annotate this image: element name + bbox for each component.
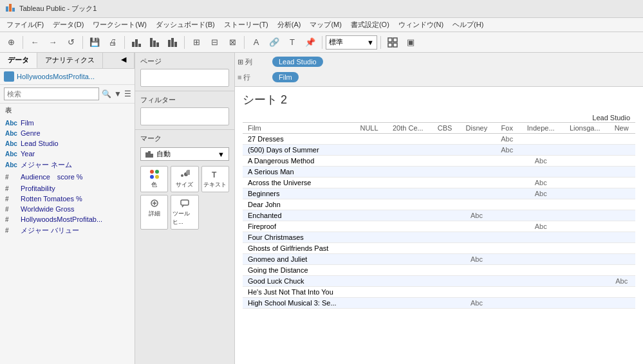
marks-text-btn[interactable]: T テキスト — [201, 166, 229, 192]
field-worldwide-gross[interactable]: # Worldwide Gross — [0, 204, 135, 214]
tab-data[interactable]: データ — [0, 53, 37, 68]
cell-film: Going the Distance — [243, 265, 353, 276]
back-button[interactable]: ← — [26, 34, 43, 51]
marks-tooltip-btn[interactable]: ツールヒ... — [171, 195, 198, 230]
cell-new — [608, 167, 635, 177]
layout-btn-1[interactable]: ⊞ — [188, 34, 205, 51]
field-hollywoods[interactable]: # HollywoodsMostProfitab... — [0, 214, 135, 224]
table-row: Going the Distance — [243, 265, 635, 276]
cell-fox: Abc — [494, 145, 519, 156]
menu-dashboard[interactable]: ダッシュボード(B) — [152, 19, 219, 31]
columns-shelf-icon: ⊞ — [238, 58, 243, 66]
filter-icon[interactable]: ▼ — [114, 89, 122, 98]
cell-lionsga — [562, 232, 608, 243]
cell-new — [608, 210, 635, 221]
pages-drop-zone[interactable] — [140, 69, 229, 87]
cell-indepe — [519, 265, 562, 276]
menu-window[interactable]: ウィンドウ(N) — [395, 19, 447, 31]
chart-btn-3[interactable] — [164, 34, 181, 51]
forward-button[interactable]: → — [44, 34, 61, 51]
cell-cbs — [431, 145, 458, 156]
rows-shelf-text: 行 — [243, 73, 250, 82]
link-btn[interactable]: 🔗 — [266, 34, 283, 51]
auto-icon — [145, 150, 154, 159]
cell-20th — [385, 221, 431, 232]
menu-worksheet[interactable]: ワークシート(W) — [89, 19, 151, 31]
svg-rect-13 — [393, 38, 397, 42]
menu-analysis[interactable]: 分析(A) — [274, 19, 305, 31]
pin-btn[interactable]: 📌 — [302, 34, 319, 51]
field-rotten-tomatoes[interactable]: # Rotten Tomatoes % — [0, 194, 135, 204]
col-header-indepe: Indepe... — [519, 123, 562, 134]
marks-detail-btn[interactable]: 詳細 — [140, 195, 168, 230]
text2-btn[interactable]: T — [284, 34, 301, 51]
svg-point-24 — [150, 175, 154, 179]
field-type-hash-icon: # — [5, 185, 17, 192]
field-year[interactable]: Abc Year — [0, 149, 135, 159]
cell-lionsga — [562, 167, 608, 177]
menu-map[interactable]: マップ(M) — [306, 19, 346, 31]
filters-drop-zone[interactable] — [140, 107, 229, 125]
field-audience-score[interactable]: # Audience score % — [0, 171, 135, 183]
cell-lionsga — [562, 156, 608, 167]
data-table: Lead Studio Film NULL 20th Ce... CBS Dis… — [243, 113, 635, 309]
cell-disney — [459, 177, 495, 188]
field-film[interactable]: Abc Film — [0, 118, 135, 128]
format-dropdown[interactable]: 標準 ▼ — [326, 35, 377, 50]
tab-analytics[interactable]: アナリティクス — [37, 53, 103, 68]
field-lead-studio[interactable]: Abc Lead Studio — [0, 138, 135, 149]
marks-type-selector[interactable]: 自動 ▼ — [140, 147, 229, 161]
search-input[interactable] — [4, 87, 99, 100]
chart-btn-2[interactable] — [146, 34, 163, 51]
field-measure-name[interactable]: Abc メジャー ネーム — [0, 159, 135, 171]
menu-help[interactable]: ヘルプ(H) — [449, 19, 487, 31]
view-toggle-icon[interactable]: ☰ — [124, 89, 131, 98]
film-pill[interactable]: Film — [272, 72, 299, 82]
marks-size-btn[interactable]: サイズ — [171, 166, 198, 192]
table-row: FireproofAbc — [243, 221, 635, 232]
lead-studio-pill[interactable]: Lead Studio — [272, 57, 323, 67]
cell-lionsga — [562, 188, 608, 199]
save-button[interactable]: 💾 — [86, 34, 103, 51]
marks-color-btn[interactable]: 色 — [140, 166, 168, 192]
data-source-item[interactable]: HollywoodsMostProfita... — [0, 69, 135, 85]
cell-lionsga — [562, 276, 608, 287]
layout-btn-3[interactable]: ⊠ — [224, 34, 241, 51]
new-button[interactable]: ⊕ — [3, 34, 19, 51]
cell-film: Good Luck Chuck — [243, 276, 353, 287]
cell-fox — [494, 287, 519, 298]
cell-cbs — [431, 210, 458, 221]
cell-null — [353, 276, 385, 287]
view-btn-2[interactable]: ▣ — [402, 34, 419, 51]
svg-rect-33 — [181, 200, 189, 205]
text-btn[interactable]: A — [248, 34, 265, 51]
cell-indepe — [519, 298, 562, 309]
field-genre[interactable]: Abc Genre — [0, 128, 135, 138]
field-type-hash-icon: # — [5, 206, 17, 213]
svg-rect-10 — [171, 38, 174, 47]
menu-data[interactable]: データ(D) — [49, 19, 88, 31]
field-measure-value[interactable]: # メジャー バリュー — [0, 224, 135, 237]
field-type-hash-icon: # — [5, 227, 17, 234]
toolbar-sep-1 — [23, 36, 23, 49]
cell-indepe — [519, 232, 562, 243]
data-source-icon — [4, 71, 14, 82]
panel-collapse-btn[interactable]: ◀ — [113, 53, 135, 68]
field-profitability[interactable]: # Profitability — [0, 183, 135, 194]
view-btn-1[interactable] — [384, 34, 401, 51]
layout-btn-2[interactable]: ⊟ — [206, 34, 223, 51]
svg-rect-5 — [138, 44, 141, 47]
undo-button[interactable]: ↺ — [62, 34, 79, 51]
cell-fox — [494, 265, 519, 276]
search-icon[interactable]: 🔍 — [102, 89, 111, 98]
menu-file[interactable]: ファイル(F) — [3, 19, 48, 31]
cell-disney — [459, 265, 495, 276]
menu-story[interactable]: ストーリー(T) — [220, 19, 272, 31]
cell-new — [608, 188, 635, 199]
print-button[interactable]: 🖨 — [104, 34, 121, 51]
menu-format[interactable]: 書式設定(O) — [347, 19, 393, 31]
chart-btn-1[interactable] — [128, 34, 145, 51]
cell-null — [353, 199, 385, 210]
cell-film: Beginners — [243, 188, 353, 199]
cell-fox — [494, 243, 519, 254]
